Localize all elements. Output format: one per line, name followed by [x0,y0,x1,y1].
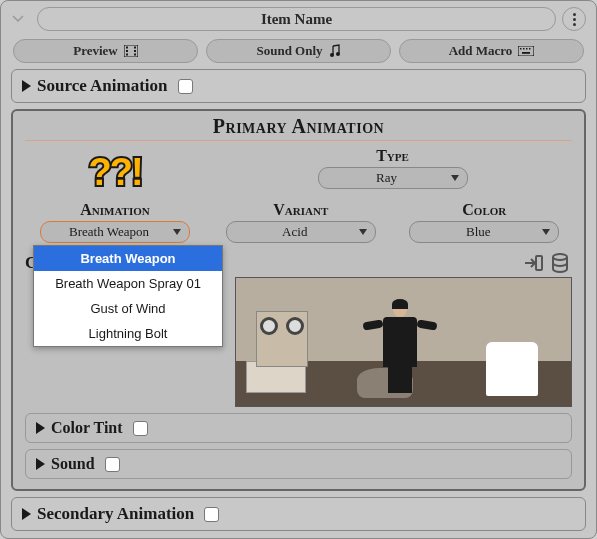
primary-animation-title: Primary Animation [25,115,572,138]
secondary-animation-section: Secondary Animation [11,497,586,531]
color-label: Color [397,201,573,219]
sound-section: Sound [25,449,572,479]
sound-only-button[interactable]: Sound Only [206,39,391,63]
svg-rect-1 [126,47,128,49]
color-tint-label: Color Tint [51,419,123,437]
chevron-down-icon [359,229,367,235]
animation-value: Breath Weapon [69,224,149,240]
preview-right-column [235,253,572,407]
svg-rect-13 [526,48,528,50]
svg-rect-5 [134,50,136,52]
type-label: Type [213,147,572,165]
svg-rect-6 [134,54,136,56]
source-animation-section: Source Animation [11,69,586,103]
add-macro-button[interactable]: Add Macro [399,39,584,63]
keyboard-icon [518,46,534,56]
item-name-field[interactable]: Item Name [37,7,556,31]
chevron-down-icon [542,229,550,235]
film-icon [124,45,138,57]
sound-label: Sound [51,455,95,473]
chevron-down-icon [451,175,459,181]
animation-label: Animation [25,201,205,219]
sound-checkbox[interactable] [105,457,120,472]
primary-animation-section: Primary Animation ??! Type Ray Animation [11,109,586,491]
source-animation-checkbox[interactable] [178,79,193,94]
item-animation-window: Item Name Preview Sound Only Add Macro [0,0,597,539]
music-note-icon [329,44,341,58]
svg-point-8 [336,52,340,56]
svg-rect-3 [126,54,128,56]
dropdown-option[interactable]: Breath Weapon [34,246,222,271]
expand-toggle-icon[interactable] [36,458,45,470]
expand-toggle-icon[interactable] [22,508,31,520]
animation-column: Animation Breath Weapon Breath Weapon Br… [25,201,205,243]
variant-select[interactable]: Acid [226,221,376,243]
titlebar: Item Name [7,5,590,33]
sound-only-label: Sound Only [256,43,322,59]
svg-rect-12 [523,48,525,50]
secondary-animation-checkbox[interactable] [204,507,219,522]
expand-toggle-icon[interactable] [22,80,31,92]
svg-rect-4 [134,47,136,49]
item-name-text: Item Name [261,11,332,28]
question-marks-icon: ??! [88,151,141,194]
database-icon[interactable] [550,253,572,273]
svg-rect-2 [126,50,128,52]
type-select[interactable]: Ray [318,167,468,189]
menu-button[interactable] [562,7,586,31]
svg-rect-10 [518,46,534,56]
type-value: Ray [376,170,397,186]
preview-button[interactable]: Preview [13,39,198,63]
vertical-dots-icon [573,13,576,26]
divider [25,140,572,141]
animation-dropdown-menu: Breath Weapon Breath Weapon Spray 01 Gus… [33,245,223,347]
svg-rect-16 [536,256,542,270]
color-tint-checkbox[interactable] [133,421,148,436]
action-button-row: Preview Sound Only Add Macro [7,37,590,69]
missing-preview-placeholder: ??! [50,147,180,197]
color-select[interactable]: Blue [409,221,559,243]
svg-rect-15 [522,52,530,54]
import-icon[interactable] [522,253,544,273]
secondary-animation-title: Secondary Animation [37,504,194,524]
svg-rect-14 [529,48,531,50]
dropdown-option[interactable]: Breath Weapon Spray 01 [34,271,222,296]
svg-point-17 [553,254,567,260]
variant-value: Acid [282,224,307,240]
color-tint-section: Color Tint [25,413,572,443]
expand-toggle-icon[interactable] [36,422,45,434]
animation-select[interactable]: Breath Weapon [40,221,190,243]
svg-rect-11 [520,48,522,50]
preview-label: Preview [73,43,118,59]
variant-label: Variant [213,201,389,219]
add-macro-label: Add Macro [449,43,513,59]
source-animation-title: Source Animation [37,76,168,96]
content-area: Source Animation Primary Animation ??! T… [7,69,590,532]
animation-preview-thumbnail [235,277,572,407]
color-value: Blue [466,224,491,240]
dropdown-option[interactable]: Lightning Bolt [34,321,222,346]
dropdown-option[interactable]: Gust of Wind [34,296,222,321]
expand-icon[interactable] [11,12,31,27]
chevron-down-icon [173,229,181,235]
